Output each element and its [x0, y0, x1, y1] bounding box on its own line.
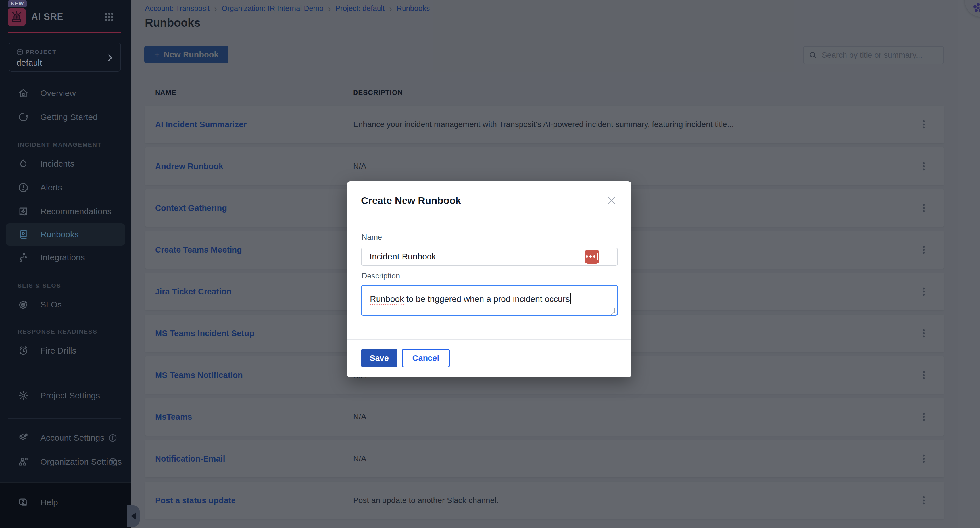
siren-logo-icon[interactable]	[8, 8, 26, 26]
sidebar-section-header: RESPONSE READINESS	[0, 328, 130, 335]
sidebar-item-label: Integrations	[40, 253, 85, 262]
app-title: AI SRE	[31, 11, 64, 22]
modal-footer: Save Cancel	[347, 339, 632, 377]
cube-icon	[16, 48, 24, 56]
runbook-icon	[18, 229, 29, 240]
sidebar-item-label: Project Settings	[40, 391, 100, 400]
sidebar-item-label: Alerts	[40, 183, 62, 192]
sidebar-item-label: Account Settings	[40, 433, 104, 443]
sidebar-section-header: INCIDENT MANAGEMENT	[0, 141, 130, 148]
collapse-arrow-icon	[131, 512, 136, 520]
org-gear-icon	[18, 456, 29, 467]
help-label: Help	[40, 498, 58, 507]
sidebar-item-help[interactable]: Help	[0, 490, 130, 514]
progress-circle-icon	[18, 112, 29, 123]
sidebar-group: RESPONSE READINESSFire Drills	[0, 328, 130, 363]
alarm-clock-icon	[18, 345, 29, 356]
sidebar-footer: Help	[0, 482, 130, 528]
description-text: to be triggered when a prod incident occ…	[404, 294, 570, 303]
sidebar-item-label: Recommendations	[40, 207, 111, 216]
integration-icon	[18, 252, 29, 263]
close-icon[interactable]	[604, 193, 619, 208]
sidebar-group: INCIDENT MANAGEMENTIncidentsAlertsRecomm…	[0, 141, 130, 270]
apps-grid-icon[interactable]	[103, 11, 115, 23]
sidebar-item-runbooks[interactable]: Runbooks	[6, 223, 125, 246]
info-icon[interactable]	[108, 433, 118, 443]
sidebar-item-overview[interactable]: Overview	[0, 81, 130, 105]
name-input[interactable]	[361, 247, 618, 266]
project-label: PROJECT	[25, 49, 56, 56]
new-badge: NEW	[8, 0, 27, 7]
project-selector[interactable]: PROJECT default	[8, 43, 121, 72]
save-button[interactable]: Save	[361, 349, 398, 367]
sidebar-collapse-button[interactable]	[127, 505, 140, 527]
flame-icon	[18, 158, 29, 169]
layers-gear-icon	[18, 432, 29, 443]
chevron-right-icon	[105, 53, 115, 62]
sidebar: NEW AI SRE PROJECT	[0, 0, 130, 528]
sidebar-item-label: Fire Drills	[40, 346, 76, 356]
sidebar-item-alerts[interactable]: Alerts	[0, 175, 130, 199]
sidebar-section-header: SLIS & SLOS	[0, 282, 130, 289]
sidebar-item-fire-drills[interactable]: Fire Drills	[0, 339, 130, 363]
sidebar-item-getting-started[interactable]: Getting Started	[0, 105, 130, 129]
sidebar-item-account-settings[interactable]: Account Settings	[0, 426, 130, 450]
sidebar-item-label: Incidents	[40, 159, 75, 169]
sidebar-item-label: Runbooks	[40, 230, 79, 239]
app-root: Account: Transposit›Organization: IR Int…	[0, 0, 980, 528]
alert-octagon-icon	[18, 182, 29, 193]
misspelled-word: Runbook	[370, 294, 404, 305]
sidebar-item-label: Overview	[40, 88, 76, 98]
password-autofill-icon[interactable]	[585, 249, 599, 264]
sidebar-item-recommendations[interactable]: Recommendations	[0, 199, 130, 223]
modal-header: Create New Runbook	[347, 181, 632, 219]
create-runbook-modal: Create New Runbook Name Description Runb…	[347, 181, 632, 377]
resize-grip-icon[interactable]	[609, 308, 615, 313]
sidebar-item-organization-settings[interactable]: Organization Settings	[0, 450, 130, 474]
sidebar-item-label: SLOs	[40, 300, 62, 309]
description-label: Description	[362, 272, 400, 281]
cancel-button[interactable]: Cancel	[402, 349, 450, 367]
name-label: Name	[362, 233, 382, 242]
sidebar-item-label: Getting Started	[40, 112, 98, 122]
gear-icon	[18, 390, 29, 401]
description-textarea[interactable]: Runbook to be triggered when a prod inci…	[361, 285, 618, 316]
sidebar-item-slos[interactable]: SLOs	[0, 293, 130, 317]
sidebar-item-incidents[interactable]: Incidents	[0, 152, 130, 175]
sidebar-group: SLIS & SLOSSLOs	[0, 282, 130, 317]
brand-divider	[8, 32, 121, 33]
sidebar-item-project-settings[interactable]: Project Settings	[0, 384, 130, 407]
target-icon	[18, 299, 29, 310]
help-chat-icon	[18, 497, 29, 508]
modal-title: Create New Runbook	[361, 195, 461, 206]
sidebar-divider	[8, 376, 121, 376]
sidebar-group: OverviewGetting Started	[0, 81, 130, 129]
sidebar-divider	[8, 418, 121, 419]
text-caret	[570, 293, 571, 303]
home-icon	[18, 88, 29, 99]
info-icon[interactable]	[108, 457, 118, 467]
sidebar-item-integrations[interactable]: Integrations	[0, 246, 130, 270]
project-value: default	[16, 58, 42, 68]
sparkle-badge-icon	[18, 206, 29, 217]
